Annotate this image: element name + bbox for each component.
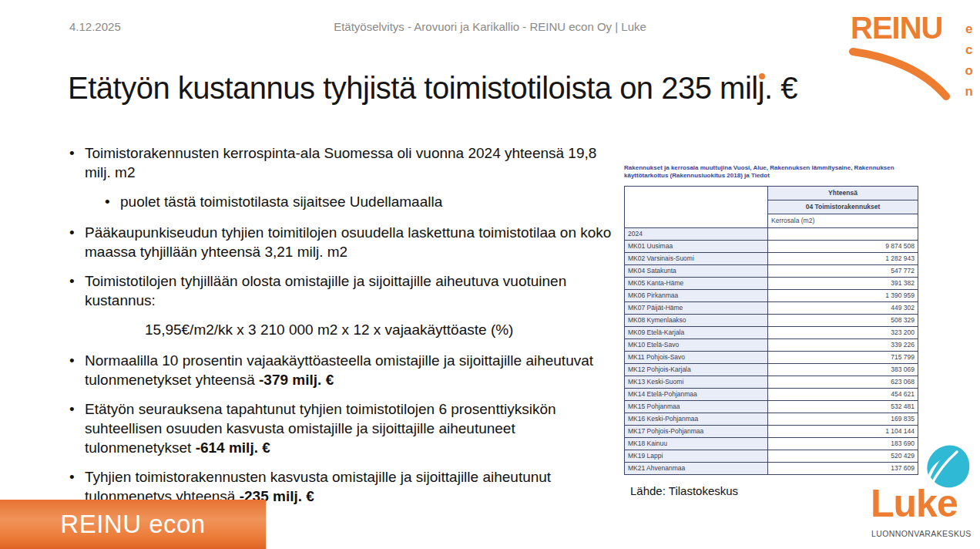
slide-header-title: Etätyöselvitys - Arovuori ja Karikallio …: [0, 20, 980, 33]
table-row: MK16 Keski-Pohjanmaa169 835: [625, 413, 918, 426]
bullet-marker-icon: •: [105, 192, 120, 211]
region-cell: MK10 Etelä-Savo: [625, 339, 768, 352]
table-row: MK09 Etelä-Karjala323 200: [625, 327, 918, 339]
region-cell: MK09 Etelä-Karjala: [625, 327, 768, 339]
region-cell: MK11 Pohjois-Savo: [625, 352, 768, 364]
value-cell: 547 772: [768, 265, 918, 278]
region-cell: MK19 Lappi: [625, 450, 768, 463]
table-caption: Rakennukset ja kerrosala muuttujina Vuos…: [624, 164, 918, 180]
table-row: MK11 Pohjois-Savo715 799: [625, 352, 918, 364]
region-cell: MK17 Pohjois-Pohjanmaa: [625, 426, 768, 438]
page-title: Etätyön kustannus tyhjistä toimistotiloi…: [68, 71, 838, 106]
table-row: MK15 Pohjanmaa532 481: [625, 401, 918, 413]
bullet-marker-icon: •: [69, 351, 85, 389]
table-row: MK14 Etelä-Pohjanmaa454 621: [625, 389, 918, 401]
value-cell: 1 104 144: [768, 426, 918, 438]
bullet-item: •Normaalilla 10 prosentin vajaakäyttöast…: [69, 351, 613, 389]
table-row: MK01 Uusimaa9 874 508: [625, 241, 918, 253]
region-cell: MK02 Varsinais-Suomi: [625, 253, 768, 265]
bullet-text: Etätyön seurauksena tapahtunut tyhjien t…: [85, 399, 613, 457]
table-header-measure: Kerrosala (m2): [768, 214, 918, 228]
table-row: MK04 Satakunta547 772: [625, 265, 918, 278]
region-cell: MK12 Pohjois-Karjala: [625, 364, 768, 376]
region-cell: MK15 Pohjanmaa: [625, 401, 768, 413]
econ-letter: e: [965, 22, 973, 37]
value-cell: 391 382: [768, 278, 918, 290]
reinu-logo-wordmark: REINU: [851, 11, 942, 45]
table-row: MK07 Päijät-Häme449 302: [625, 302, 918, 315]
bullet-text: Pääkaupunkiseudun tyhjien toimitilojen o…: [85, 223, 613, 261]
luke-wordmark: Luke: [871, 481, 958, 526]
value-cell: 339 226: [768, 339, 918, 352]
bullet-marker-icon: •: [69, 143, 85, 182]
region-cell: MK14 Etelä-Pohjanmaa: [625, 389, 768, 401]
sub-bullet-item: •puolet tästä toimistotilasta sijaitsee …: [105, 192, 613, 211]
table-header-row: Yhteensä: [625, 187, 918, 200]
statistics-table-block: Rakennukset ja kerrosala muuttujina Vuos…: [624, 164, 918, 475]
value-cell: 508 329: [768, 315, 918, 327]
slide-page: { "header": { "date": "4.12.2025", "cent…: [0, 0, 980, 549]
econ-letter: c: [965, 42, 973, 58]
bullet-item: •Toimistorakennusten kerrospinta-ala Suo…: [69, 143, 613, 182]
table-row: MK06 Pirkanmaa1 390 959: [625, 290, 918, 302]
table-header-category: 04 Toimistorakennukset: [768, 200, 918, 214]
region-cell: MK07 Päijät-Häme: [625, 302, 768, 315]
bullet-marker-icon: •: [69, 271, 85, 310]
table-body: Yhteensä 04 Toimistorakennukset Kerrosal…: [625, 187, 918, 475]
region-cell: MK01 Uusimaa: [625, 241, 768, 253]
table-row: MK08 Kymenlaakso508 329: [625, 315, 918, 327]
value-cell: 169 835: [768, 413, 918, 426]
value-cell: 383 069: [768, 364, 918, 376]
title-text-pre: Etätyön kustannus tyhjistä toimistotiloi…: [68, 71, 758, 105]
table-row: MK10 Etelä-Savo339 226: [625, 339, 918, 352]
bullet-text: puolet tästä toimistotilasta sijaitsee U…: [120, 192, 442, 211]
value-cell: 1 282 943: [768, 253, 918, 265]
econ-letter: o: [965, 63, 973, 79]
bullet-text: Toimistotilojen tyhjillään olosta omista…: [85, 271, 613, 310]
region-cell: MK16 Keski-Pohjanmaa: [625, 413, 768, 426]
luke-logo: Luke LUONNONVARAKESKUS: [871, 444, 975, 544]
table-year-row: 2024: [625, 228, 918, 241]
region-cell: MK08 Kymenlaakso: [625, 315, 768, 327]
table-row: MK17 Pohjois-Pohjanmaa1 104 144: [625, 426, 918, 438]
reinu-econ-banner: REINU econ: [0, 500, 266, 549]
banner-text: REINU econ: [60, 510, 205, 539]
bullet-item: •Etätyön seurauksena tapahtunut tyhjien …: [69, 399, 613, 457]
luke-subtitle: LUONNONVARAKESKUS: [871, 529, 972, 538]
bullet-item: • Toimistotilojen tyhjillään olosta omis…: [69, 271, 613, 310]
year-value-cell: [768, 228, 918, 241]
bullet-text: Normaalilla 10 prosentin vajaakäyttöaste…: [85, 351, 613, 389]
bullet-text: Toimistorakennusten kerrospinta-ala Suom…: [85, 143, 613, 182]
value-cell: 323 200: [768, 327, 918, 339]
table-header-total: Yhteensä: [768, 187, 918, 200]
bullet-item: •Pääkaupunkiseudun tyhjien toimitilojen …: [69, 223, 613, 261]
reinu-econ-logo: REINU econ: [847, 9, 975, 100]
year-cell: 2024: [625, 228, 768, 241]
bullet-marker-icon: •: [69, 399, 85, 457]
value-cell: 449 302: [768, 302, 918, 315]
table-row: MK12 Pohjois-Karjala383 069: [625, 364, 918, 376]
table-row: MK13 Keski-Suomi623 068: [625, 376, 918, 389]
value-cell: 1 390 959: [768, 290, 918, 302]
table-row: MK02 Varsinais-Suomi1 282 943: [625, 253, 918, 265]
value-cell: 623 068: [768, 376, 918, 389]
table-row: MK05 Kanta-Häme391 382: [625, 278, 918, 290]
title-text-post: . €: [764, 71, 797, 105]
table-corner-cell: [625, 187, 768, 228]
region-cell: MK05 Kanta-Häme: [625, 278, 768, 290]
formula-line: 15,95€/m2/kk x 3 210 000 m2 x 12 x vajaa…: [145, 320, 613, 339]
bullet-list: •Toimistorakennusten kerrospinta-ala Suo…: [69, 143, 613, 516]
value-cell: 715 799: [768, 352, 918, 364]
bullet-bold-value: -379 milj. €: [259, 372, 334, 388]
source-note: Lähde: Tilastokeskus: [630, 484, 738, 497]
bullet-marker-icon: •: [69, 223, 85, 261]
region-cell: MK04 Satakunta: [625, 265, 768, 278]
region-cell: MK06 Pirkanmaa: [625, 290, 768, 302]
region-cell: MK13 Keski-Suomi: [625, 376, 768, 389]
value-cell: 532 481: [768, 401, 918, 413]
bullet-bold-value: -614 milj. €: [196, 440, 270, 456]
reinu-swoosh-icon: [847, 43, 960, 102]
title-j-orange-dot: j: [758, 71, 764, 105]
bullet-text: 15,95€/m2/kk x 3 210 000 m2 x 12 x vajaa…: [145, 320, 513, 339]
reinu-econ-vertical: econ: [965, 22, 973, 99]
